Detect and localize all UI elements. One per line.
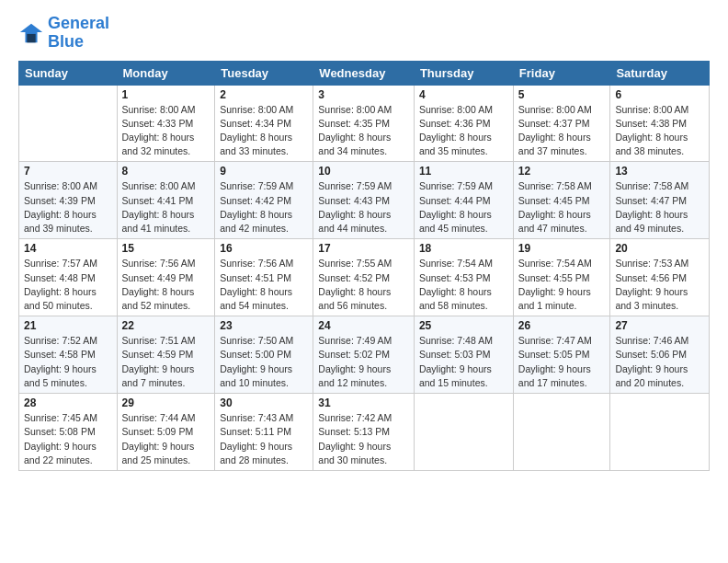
calendar-cell: 15Sunrise: 7:56 AMSunset: 4:49 PMDayligh… (117, 239, 215, 316)
day-info: Sunrise: 7:48 AMSunset: 5:03 PMDaylight:… (419, 334, 508, 390)
day-number: 1 (122, 88, 210, 101)
day-number: 11 (419, 165, 508, 178)
day-number: 8 (122, 165, 210, 178)
calendar-cell: 25Sunrise: 7:48 AMSunset: 5:03 PMDayligh… (414, 316, 513, 394)
col-header-saturday: Saturday (610, 61, 710, 85)
col-header-monday: Monday (117, 61, 215, 85)
day-number: 19 (518, 242, 606, 255)
calendar-cell (19, 85, 118, 162)
calendar-cell: 9Sunrise: 7:59 AMSunset: 4:42 PMDaylight… (215, 162, 313, 239)
day-info: Sunrise: 8:00 AMSunset: 4:34 PMDaylight:… (220, 103, 308, 159)
calendar-cell (610, 394, 710, 471)
day-info: Sunrise: 8:00 AMSunset: 4:35 PMDaylight:… (318, 103, 409, 159)
day-number: 17 (318, 242, 409, 255)
day-number: 29 (122, 396, 210, 409)
day-info: Sunrise: 7:55 AMSunset: 4:52 PMDaylight:… (318, 257, 409, 313)
day-number: 18 (419, 242, 508, 255)
col-header-wednesday: Wednesday (313, 61, 415, 85)
day-number: 25 (419, 319, 508, 332)
calendar-cell: 20Sunrise: 7:53 AMSunset: 4:56 PMDayligh… (610, 239, 710, 316)
day-number: 10 (318, 165, 409, 178)
day-info: Sunrise: 7:59 AMSunset: 4:43 PMDaylight:… (318, 179, 409, 236)
week-row-2: 7Sunrise: 8:00 AMSunset: 4:39 PMDaylight… (19, 162, 710, 239)
day-info: Sunrise: 7:50 AMSunset: 5:00 PMDaylight:… (220, 334, 308, 390)
calendar-cell: 24Sunrise: 7:49 AMSunset: 5:02 PMDayligh… (313, 316, 415, 394)
calendar-cell: 21Sunrise: 7:52 AMSunset: 4:58 PMDayligh… (19, 316, 118, 394)
day-number: 22 (122, 319, 210, 332)
col-header-tuesday: Tuesday (215, 61, 313, 85)
day-number: 30 (220, 396, 308, 409)
calendar-cell: 13Sunrise: 7:58 AMSunset: 4:47 PMDayligh… (610, 162, 710, 239)
day-info: Sunrise: 7:54 AMSunset: 4:55 PMDaylight:… (518, 257, 606, 313)
day-info: Sunrise: 7:56 AMSunset: 4:49 PMDaylight:… (122, 257, 210, 313)
calendar-cell: 4Sunrise: 8:00 AMSunset: 4:36 PMDaylight… (414, 85, 513, 162)
calendar-cell (414, 394, 513, 471)
day-info: Sunrise: 7:53 AMSunset: 4:56 PMDaylight:… (615, 257, 704, 313)
day-number: 9 (220, 165, 308, 178)
header: General Blue (18, 15, 710, 52)
logo: General Blue (18, 15, 109, 52)
page: General Blue SundayMondayTuesdayWednesda… (0, 0, 728, 563)
calendar-cell: 8Sunrise: 8:00 AMSunset: 4:41 PMDaylight… (117, 162, 215, 239)
day-number: 4 (419, 88, 508, 101)
day-info: Sunrise: 8:00 AMSunset: 4:38 PMDaylight:… (615, 103, 704, 159)
week-row-1: 1Sunrise: 8:00 AMSunset: 4:33 PMDaylight… (19, 85, 710, 162)
calendar-cell: 3Sunrise: 8:00 AMSunset: 4:35 PMDaylight… (313, 85, 415, 162)
day-info: Sunrise: 7:45 AMSunset: 5:08 PMDaylight:… (24, 411, 112, 467)
day-number: 2 (220, 88, 308, 101)
day-info: Sunrise: 7:58 AMSunset: 4:47 PMDaylight:… (615, 179, 704, 236)
calendar-cell: 10Sunrise: 7:59 AMSunset: 4:43 PMDayligh… (313, 162, 415, 239)
day-number: 5 (518, 88, 606, 101)
day-number: 23 (220, 319, 308, 332)
calendar-cell: 17Sunrise: 7:55 AMSunset: 4:52 PMDayligh… (313, 239, 415, 316)
week-row-5: 28Sunrise: 7:45 AMSunset: 5:08 PMDayligh… (19, 394, 710, 471)
col-header-sunday: Sunday (19, 61, 118, 85)
day-info: Sunrise: 7:47 AMSunset: 5:05 PMDaylight:… (518, 334, 606, 390)
day-info: Sunrise: 7:56 AMSunset: 4:51 PMDaylight:… (220, 257, 308, 313)
day-number: 28 (24, 396, 112, 409)
day-info: Sunrise: 7:49 AMSunset: 5:02 PMDaylight:… (318, 334, 409, 390)
day-info: Sunrise: 7:59 AMSunset: 4:44 PMDaylight:… (419, 179, 508, 236)
day-info: Sunrise: 7:54 AMSunset: 4:53 PMDaylight:… (419, 257, 508, 313)
calendar-cell: 18Sunrise: 7:54 AMSunset: 4:53 PMDayligh… (414, 239, 513, 316)
day-info: Sunrise: 8:00 AMSunset: 4:36 PMDaylight:… (419, 103, 508, 159)
day-number: 7 (24, 165, 112, 178)
calendar-cell: 5Sunrise: 8:00 AMSunset: 4:37 PMDaylight… (513, 85, 610, 162)
day-number: 24 (318, 319, 409, 332)
calendar-cell: 30Sunrise: 7:43 AMSunset: 5:11 PMDayligh… (215, 394, 313, 471)
calendar-cell: 6Sunrise: 8:00 AMSunset: 4:38 PMDaylight… (610, 85, 710, 162)
calendar-cell: 28Sunrise: 7:45 AMSunset: 5:08 PMDayligh… (19, 394, 118, 471)
calendar-cell: 11Sunrise: 7:59 AMSunset: 4:44 PMDayligh… (414, 162, 513, 239)
logo-icon (18, 20, 44, 46)
day-info: Sunrise: 7:51 AMSunset: 4:59 PMDaylight:… (122, 334, 210, 390)
week-row-4: 21Sunrise: 7:52 AMSunset: 4:58 PMDayligh… (19, 316, 710, 394)
calendar-cell: 19Sunrise: 7:54 AMSunset: 4:55 PMDayligh… (513, 239, 610, 316)
day-number: 16 (220, 242, 308, 255)
day-info: Sunrise: 7:43 AMSunset: 5:11 PMDaylight:… (220, 411, 308, 467)
day-number: 21 (24, 319, 112, 332)
svg-rect-1 (27, 34, 35, 42)
day-info: Sunrise: 7:42 AMSunset: 5:13 PMDaylight:… (318, 411, 409, 467)
calendar-cell: 7Sunrise: 8:00 AMSunset: 4:39 PMDaylight… (19, 162, 118, 239)
calendar-cell: 26Sunrise: 7:47 AMSunset: 5:05 PMDayligh… (513, 316, 610, 394)
day-number: 6 (615, 88, 704, 101)
col-header-friday: Friday (513, 61, 610, 85)
col-header-thursday: Thursday (414, 61, 513, 85)
day-number: 27 (615, 319, 704, 332)
calendar-cell: 1Sunrise: 8:00 AMSunset: 4:33 PMDaylight… (117, 85, 215, 162)
logo-text: General Blue (48, 15, 109, 52)
day-info: Sunrise: 8:00 AMSunset: 4:33 PMDaylight:… (122, 103, 210, 159)
day-number: 14 (24, 242, 112, 255)
calendar-cell: 27Sunrise: 7:46 AMSunset: 5:06 PMDayligh… (610, 316, 710, 394)
calendar-cell (513, 394, 610, 471)
calendar-cell: 14Sunrise: 7:57 AMSunset: 4:48 PMDayligh… (19, 239, 118, 316)
calendar-cell: 12Sunrise: 7:58 AMSunset: 4:45 PMDayligh… (513, 162, 610, 239)
day-number: 13 (615, 165, 704, 178)
day-info: Sunrise: 7:57 AMSunset: 4:48 PMDaylight:… (24, 257, 112, 313)
day-number: 15 (122, 242, 210, 255)
day-info: Sunrise: 7:46 AMSunset: 5:06 PMDaylight:… (615, 334, 704, 390)
day-info: Sunrise: 7:59 AMSunset: 4:42 PMDaylight:… (220, 179, 308, 236)
day-info: Sunrise: 8:00 AMSunset: 4:41 PMDaylight:… (122, 179, 210, 236)
day-number: 31 (318, 396, 409, 409)
day-info: Sunrise: 8:00 AMSunset: 4:39 PMDaylight:… (24, 179, 112, 236)
